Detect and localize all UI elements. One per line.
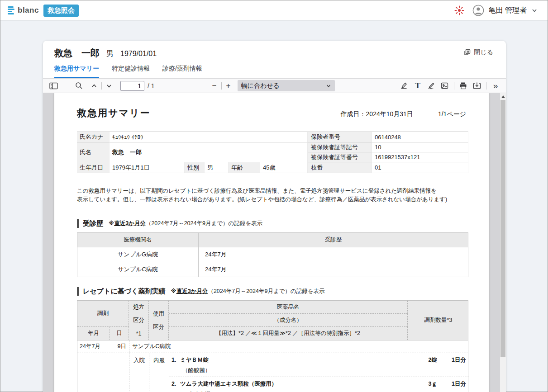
drug-number: 2. — [169, 379, 180, 389]
header-ingredient: （成分名） — [169, 314, 408, 327]
highlight-tool-button[interactable] — [398, 80, 410, 92]
zoom-scale-value: 幅に合わせる — [241, 82, 326, 90]
card-header: 救急 一郎 男 1979/01/01 閉じる 救急用サマリー 特定健診情報 診療… — [43, 41, 506, 78]
status-sun-icon — [454, 5, 464, 15]
drug-quantity: 2錠 — [409, 355, 437, 365]
dispense-hospital: サンプルC病院 — [129, 340, 469, 353]
patient-birthdate: 1979/01/01 — [120, 50, 157, 58]
tab-emergency-summary[interactable]: 救急用サマリー — [54, 65, 99, 78]
blanc-logo-icon — [8, 6, 14, 14]
search-button[interactable] — [73, 80, 85, 92]
user-name: 亀田 管理者 — [489, 6, 527, 15]
draw-tool-button[interactable] — [425, 80, 437, 92]
birth-value: 1979年1月1日 — [110, 162, 185, 173]
patient-viewer-card: 救急 一郎 男 1979/01/01 閉じる 救急用サマリー 特定健診情報 診療… — [43, 41, 506, 392]
header-use-type: 使用 区分 — [149, 301, 169, 340]
name-label: 氏名 — [77, 142, 110, 162]
sex-label: 性別 — [185, 162, 205, 173]
drug-quantity: 3ｇ — [409, 379, 437, 389]
patient-name: 救急 一郎 — [54, 47, 100, 59]
created-date: 作成日：2024年10月31日 — [341, 110, 413, 118]
medication-table-body: 24年7月 9日 サンプルC病院 入院 内服 1. ミヤＢＭ錠 — [77, 340, 468, 392]
intro-line-1: この救急用サマリーは、以下期間のレセプトに基づく診療行為及び医薬品情報、また、電… — [77, 187, 468, 195]
medication-table: 調剤 年月 日 処方 区分 *1 使用 区分 医薬品名 （成分名） 【用法】*2… — [77, 300, 468, 392]
header-quantity: 調剤数量*3 — [408, 301, 469, 340]
close-button[interactable]: 閉じる — [463, 48, 493, 57]
age-label: 年齢 — [229, 162, 260, 173]
insurer-label: 保険者番号 — [308, 132, 372, 142]
page-indicator: 1/1ページ — [438, 110, 466, 118]
page-number-input[interactable] — [120, 81, 144, 91]
medication-section-note: ※直近3か月分（2024年7月～2024年9月まで）の記録を表示 — [171, 288, 324, 295]
drug-ingredient: （大建中湯エキス） — [182, 390, 469, 392]
dispense-group-row: 24年7月 9日 サンプルC病院 — [77, 340, 468, 353]
pdf-scrollbar[interactable] — [500, 93, 506, 392]
pdf-toolbar: / 1 − + 幅に合わせる T — [43, 78, 506, 93]
list-item: 2. ツムラ大建中湯エキス顆粒（医療用） 3ｇ 1日分 （大建中湯エキス） — [169, 377, 469, 392]
image-stamp-button[interactable] — [439, 80, 451, 92]
app-badge: 救急照会 — [43, 5, 79, 17]
drug-name: ツムラ大建中湯エキス顆粒（医療用） — [180, 379, 409, 389]
scrollbar-thumb[interactable] — [500, 100, 505, 357]
top-navbar: blanc 救急照会 亀田 管理者 — [0, 0, 548, 21]
previous-page-button[interactable] — [88, 80, 100, 92]
symbol-value: 10 — [372, 142, 468, 152]
medication-section-header: レセプトに基づく薬剤実績 ※直近3か月分（2024年7月～2024年9月まで）の… — [77, 287, 468, 296]
header-chozai: 調剤 — [77, 301, 129, 327]
visit-section-title: 受診歴 — [83, 219, 103, 228]
presc-type-value: 入院 — [129, 353, 149, 392]
scrollbar-up-arrow-icon[interactable] — [501, 95, 505, 98]
patient-sex: 男 — [106, 49, 114, 59]
header-day: 日 — [110, 327, 129, 340]
visit-history: 24年7月 — [199, 262, 468, 277]
section-bar — [77, 219, 79, 228]
drug-list: 1. ミヤＢＭ錠 2錠 1日分 （酪酸菌） 2. ツムラ大建 — [169, 353, 469, 392]
print-button[interactable] — [457, 80, 469, 92]
drug-days: 1日分 — [437, 379, 469, 389]
header-usage: 【用法】*2 ／≪１回用量≫*2 ／［用法等の特別指示］*2 — [169, 327, 408, 340]
visit-org: サンプルG病院 — [77, 247, 199, 262]
tab-bar: 救急用サマリー 特定健診情報 診療/薬剤情報 — [54, 65, 493, 78]
branch-value: 01 — [372, 162, 468, 173]
chevron-down-icon — [326, 83, 331, 89]
name-value: 救急 一郎 — [110, 142, 308, 162]
chevron-down-icon — [531, 7, 538, 14]
drug-number: 1. — [169, 355, 180, 365]
sex-value: 男 — [205, 162, 229, 173]
zoom-out-button[interactable]: − — [209, 81, 220, 90]
medication-section-title: レセプトに基づく薬剤実績 — [83, 287, 165, 296]
brand-name: blanc — [18, 6, 39, 15]
visit-org: サンプルC病院 — [77, 262, 199, 277]
text-tool-button[interactable]: T — [412, 80, 424, 92]
use-type-value: 内服 — [149, 353, 169, 392]
dispense-day: 9日 — [110, 343, 129, 350]
zoom-in-button[interactable]: + — [223, 81, 234, 90]
patient-info-table: 氏名カナ ｷｭｳｷｭｳ ｲﾁﾛｳ 氏名 救急 一郎 生年月日 1979年1月1日… — [77, 132, 468, 173]
header-drug-name: 医薬品名 — [169, 301, 408, 314]
download-button[interactable] — [471, 80, 483, 92]
visit-history-table: 医療機関名 受診歴 サンプルG病院 24年7月 サンプルC病院 24年7月 — [77, 232, 468, 277]
number-label: 被保険者証等番号 — [308, 152, 372, 162]
close-window-icon — [463, 48, 471, 56]
visit-section-note: ※直近3か月分（2024年7月～2024年9月まで）の記録を表示 — [109, 220, 262, 227]
user-menu[interactable]: 亀田 管理者 — [472, 5, 538, 16]
avatar-icon — [472, 5, 484, 16]
drug-block: 入院 内服 1. ミヤＢＭ錠 2錠 1日分 （酪酸菌） — [77, 353, 468, 392]
tab-medical-medication[interactable]: 診療/薬剤情報 — [162, 65, 202, 78]
number-value: 1619921537x121 — [372, 152, 468, 162]
header-ym: 年月 — [77, 327, 110, 340]
drug-days: 1日分 — [437, 355, 469, 365]
symbol-label: 被保険者証等記号 — [308, 142, 372, 152]
sidebar-toggle-button[interactable] — [48, 80, 59, 92]
table-row: サンプルG病院 24年7月 — [77, 247, 468, 262]
more-tools-button[interactable]: » — [490, 80, 501, 92]
pdf-viewer-area: 救急用サマリー 作成日：2024年10月31日 1/1ページ 氏名カナ ｷｭｳｷ… — [43, 93, 506, 392]
list-item: 1. ミヤＢＭ錠 2錠 1日分 （酪酸菌） — [169, 353, 469, 377]
tab-health-checkup[interactable]: 特定健診情報 — [112, 65, 150, 78]
header-presc-type: 処方 区分 *1 — [129, 301, 149, 340]
next-page-button[interactable] — [103, 80, 115, 92]
insurer-value: 06140248 — [372, 132, 468, 142]
close-button-label: 閉じる — [474, 48, 493, 57]
section-bar — [77, 287, 79, 296]
zoom-scale-select[interactable]: 幅に合わせる — [238, 80, 335, 91]
